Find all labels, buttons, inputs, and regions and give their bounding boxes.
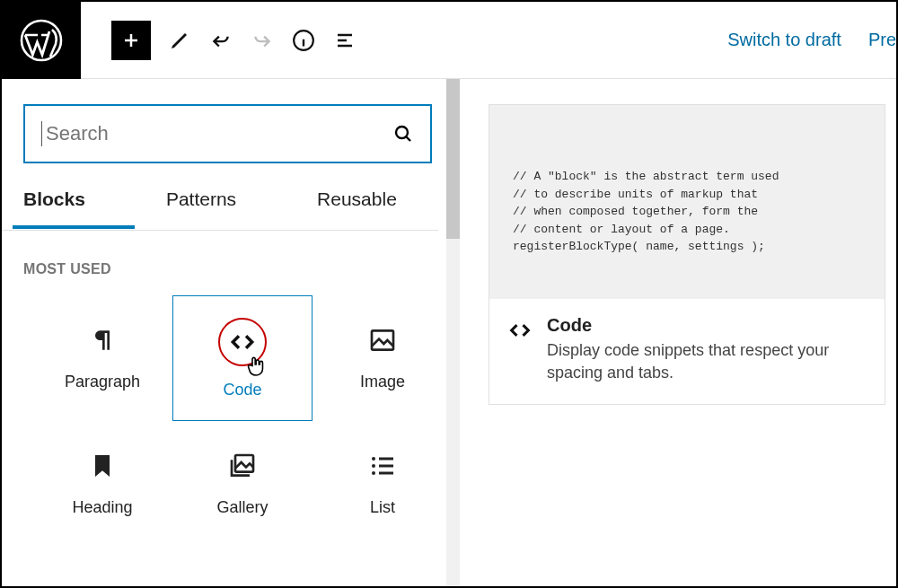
code-icon: [507, 318, 533, 343]
add-block-button[interactable]: [111, 21, 151, 60]
block-label: Code: [223, 381, 261, 399]
tab-reusable[interactable]: Reusable: [317, 189, 397, 226]
redo-icon: [250, 28, 275, 53]
block-inserter-panel: Blocks Patterns Reusable MOST USED Parag…: [2, 79, 460, 586]
block-image[interactable]: Image: [313, 295, 453, 421]
block-preview-pane: // A "block" is the abstract term used /…: [460, 79, 896, 586]
edit-pencil-icon[interactable]: [167, 28, 192, 53]
bookmark-icon: [88, 452, 117, 480]
active-tab-indicator: [13, 225, 135, 229]
gallery-icon: [228, 452, 257, 480]
block-label: Paragraph: [65, 373, 140, 391]
top-toolbar: Switch to draft Pre: [2, 2, 896, 79]
search-icon: [392, 123, 414, 145]
toolbar-right-group: Switch to draft Pre: [727, 30, 896, 50]
tab-patterns[interactable]: Patterns: [166, 189, 236, 226]
tabs-separator: [2, 230, 438, 231]
svg-point-5: [372, 457, 375, 461]
tab-blocks[interactable]: Blocks: [23, 189, 85, 226]
scrollbar-track[interactable]: [446, 79, 460, 586]
block-label: Heading: [72, 498, 132, 517]
inserter-tabs: Blocks Patterns Reusable: [23, 189, 438, 226]
outline-list-icon[interactable]: [332, 28, 357, 53]
block-code[interactable]: Code: [172, 295, 313, 421]
cursor-hand-icon: [242, 352, 270, 381]
section-heading: MOST USED: [23, 261, 438, 277]
block-label: Gallery: [216, 498, 268, 517]
search-field-wrapper[interactable]: [23, 104, 432, 163]
block-list[interactable]: List: [313, 421, 453, 547]
list-icon: [368, 452, 397, 480]
preview-description: Display code snippets that respect your …: [547, 339, 834, 384]
block-label: List: [370, 498, 395, 517]
toolbar-left-group: [81, 21, 357, 60]
text-cursor: [41, 121, 42, 146]
blocks-grid: Paragraph Code Image Heading: [32, 295, 438, 547]
block-description: Code Display code snippets that respect …: [489, 299, 885, 404]
block-label: Image: [360, 373, 405, 391]
image-icon: [368, 326, 397, 355]
undo-icon[interactable]: [208, 28, 233, 53]
preview-card: // A "block" is the abstract term used /…: [489, 104, 885, 405]
wordpress-logo-icon[interactable]: [2, 2, 81, 79]
block-paragraph[interactable]: Paragraph: [32, 295, 172, 421]
info-icon[interactable]: [291, 28, 316, 53]
scrollbar-thumb[interactable]: [446, 79, 460, 239]
code-sample: // A "block" is the abstract term used /…: [489, 105, 885, 299]
svg-point-7: [372, 471, 375, 475]
block-heading[interactable]: Heading: [32, 421, 172, 547]
search-input[interactable]: [46, 122, 392, 145]
svg-rect-3: [372, 330, 393, 349]
switch-to-draft-link[interactable]: Switch to draft: [727, 30, 841, 50]
svg-point-6: [372, 464, 375, 468]
svg-point-2: [396, 127, 408, 138]
paragraph-icon: [88, 326, 117, 355]
block-gallery[interactable]: Gallery: [172, 421, 313, 547]
preview-title: Code: [547, 315, 834, 336]
preview-link[interactable]: Pre: [868, 30, 896, 50]
